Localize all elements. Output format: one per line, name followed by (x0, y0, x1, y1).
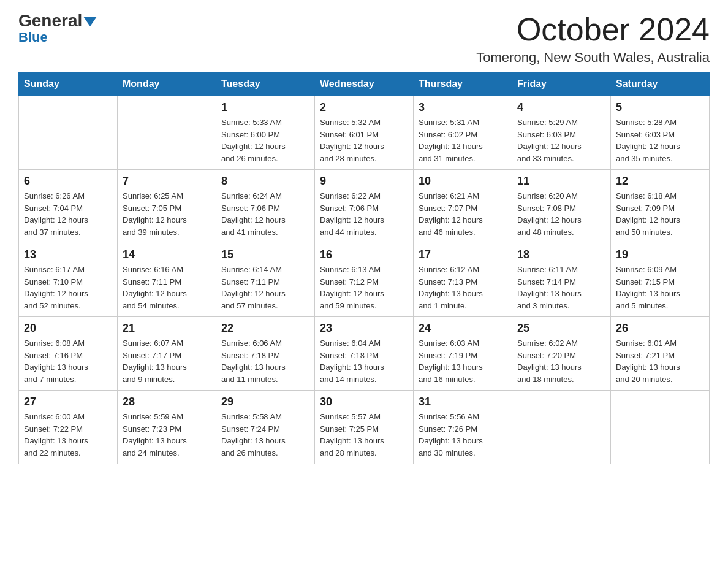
calendar-cell-0-1 (118, 96, 216, 170)
header-saturday: Saturday (611, 72, 710, 96)
calendar-cell-2-0: 13Sunrise: 6:17 AM Sunset: 7:10 PM Dayli… (19, 243, 118, 317)
week-row-4: 27Sunrise: 6:00 AM Sunset: 7:22 PM Dayli… (19, 391, 710, 464)
day-number: 28 (123, 396, 211, 408)
header-friday: Friday (512, 72, 611, 96)
week-row-3: 20Sunrise: 6:08 AM Sunset: 7:16 PM Dayli… (19, 317, 710, 391)
day-number: 11 (517, 175, 605, 188)
day-info: Sunrise: 6:09 AM Sunset: 7:15 PM Dayligh… (616, 264, 704, 312)
header-thursday: Thursday (414, 72, 512, 96)
header-monday: Monday (118, 72, 216, 96)
day-info: Sunrise: 6:14 AM Sunset: 7:11 PM Dayligh… (221, 264, 309, 312)
day-number: 29 (221, 396, 309, 408)
day-info: Sunrise: 5:59 AM Sunset: 7:23 PM Dayligh… (123, 411, 211, 459)
day-number: 20 (24, 322, 112, 335)
day-number: 5 (616, 101, 704, 114)
day-info: Sunrise: 6:22 AM Sunset: 7:06 PM Dayligh… (320, 190, 408, 238)
calendar-cell-2-1: 14Sunrise: 6:16 AM Sunset: 7:11 PM Dayli… (118, 243, 216, 317)
day-info: Sunrise: 6:18 AM Sunset: 7:09 PM Dayligh… (616, 190, 704, 238)
page-header: General Blue October 2024 Tomerong, New … (18, 12, 710, 66)
day-info: Sunrise: 5:57 AM Sunset: 7:25 PM Dayligh… (320, 411, 408, 459)
logo-blue-text: Blue (18, 29, 48, 45)
day-number: 30 (320, 396, 408, 408)
day-info: Sunrise: 6:16 AM Sunset: 7:11 PM Dayligh… (123, 264, 211, 312)
calendar-cell-4-4: 31Sunrise: 5:56 AM Sunset: 7:26 PM Dayli… (414, 391, 512, 464)
day-number: 4 (517, 101, 605, 114)
day-number: 27 (24, 396, 112, 408)
day-info: Sunrise: 6:21 AM Sunset: 7:07 PM Dayligh… (419, 190, 507, 238)
day-info: Sunrise: 6:00 AM Sunset: 7:22 PM Dayligh… (24, 411, 112, 459)
calendar-cell-3-2: 22Sunrise: 6:06 AM Sunset: 7:18 PM Dayli… (216, 317, 315, 391)
calendar-cell-1-6: 12Sunrise: 6:18 AM Sunset: 7:09 PM Dayli… (611, 170, 710, 243)
calendar-cell-3-6: 26Sunrise: 6:01 AM Sunset: 7:21 PM Dayli… (611, 317, 710, 391)
day-number: 26 (616, 322, 704, 335)
day-number: 24 (419, 322, 507, 335)
day-info: Sunrise: 5:33 AM Sunset: 6:00 PM Dayligh… (221, 117, 309, 164)
logo: General Blue (18, 12, 97, 45)
calendar-cell-0-6: 5Sunrise: 5:28 AM Sunset: 6:03 PM Daylig… (611, 96, 710, 170)
calendar-cell-4-3: 30Sunrise: 5:57 AM Sunset: 7:25 PM Dayli… (315, 391, 414, 464)
calendar-cell-0-3: 2Sunrise: 5:32 AM Sunset: 6:01 PM Daylig… (315, 96, 414, 170)
day-number: 23 (320, 322, 408, 335)
calendar-cell-3-5: 25Sunrise: 6:02 AM Sunset: 7:20 PM Dayli… (512, 317, 611, 391)
calendar-cell-1-5: 11Sunrise: 6:20 AM Sunset: 7:08 PM Dayli… (512, 170, 611, 243)
day-info: Sunrise: 6:12 AM Sunset: 7:13 PM Dayligh… (419, 264, 507, 312)
calendar-cell-2-4: 17Sunrise: 6:12 AM Sunset: 7:13 PM Dayli… (414, 243, 512, 317)
calendar-table: Sunday Monday Tuesday Wednesday Thursday… (18, 72, 710, 464)
day-number: 21 (123, 322, 211, 335)
day-number: 9 (320, 175, 408, 188)
calendar-cell-2-3: 16Sunrise: 6:13 AM Sunset: 7:12 PM Dayli… (315, 243, 414, 317)
day-info: Sunrise: 6:03 AM Sunset: 7:19 PM Dayligh… (419, 337, 507, 385)
day-info: Sunrise: 6:13 AM Sunset: 7:12 PM Dayligh… (320, 264, 408, 312)
day-number: 3 (419, 101, 507, 114)
calendar-header-row: Sunday Monday Tuesday Wednesday Thursday… (19, 72, 710, 96)
day-number: 17 (419, 248, 507, 261)
day-number: 6 (24, 175, 112, 188)
calendar-cell-0-2: 1Sunrise: 5:33 AM Sunset: 6:00 PM Daylig… (216, 96, 315, 170)
calendar-cell-2-2: 15Sunrise: 6:14 AM Sunset: 7:11 PM Dayli… (216, 243, 315, 317)
week-row-1: 6Sunrise: 6:26 AM Sunset: 7:04 PM Daylig… (19, 170, 710, 243)
day-number: 12 (616, 175, 704, 188)
day-info: Sunrise: 5:31 AM Sunset: 6:02 PM Dayligh… (419, 117, 507, 164)
calendar-cell-4-2: 29Sunrise: 5:58 AM Sunset: 7:24 PM Dayli… (216, 391, 315, 464)
calendar-cell-1-2: 8Sunrise: 6:24 AM Sunset: 7:06 PM Daylig… (216, 170, 315, 243)
day-info: Sunrise: 6:02 AM Sunset: 7:20 PM Dayligh… (517, 337, 605, 385)
header-tuesday: Tuesday (216, 72, 315, 96)
day-info: Sunrise: 6:25 AM Sunset: 7:05 PM Dayligh… (123, 190, 211, 238)
day-info: Sunrise: 6:07 AM Sunset: 7:17 PM Dayligh… (123, 337, 211, 385)
calendar-cell-4-1: 28Sunrise: 5:59 AM Sunset: 7:23 PM Dayli… (118, 391, 216, 464)
day-info: Sunrise: 5:28 AM Sunset: 6:03 PM Dayligh… (616, 117, 704, 164)
calendar-cell-3-0: 20Sunrise: 6:08 AM Sunset: 7:16 PM Dayli… (19, 317, 118, 391)
day-info: Sunrise: 5:56 AM Sunset: 7:26 PM Dayligh… (419, 411, 507, 459)
page-subtitle: Tomerong, New South Wales, Australia (476, 50, 710, 66)
calendar-cell-1-0: 6Sunrise: 6:26 AM Sunset: 7:04 PM Daylig… (19, 170, 118, 243)
day-number: 13 (24, 248, 112, 261)
day-info: Sunrise: 6:17 AM Sunset: 7:10 PM Dayligh… (24, 264, 112, 312)
title-block: October 2024 Tomerong, New South Wales, … (476, 12, 710, 66)
calendar-cell-0-4: 3Sunrise: 5:31 AM Sunset: 6:02 PM Daylig… (414, 96, 512, 170)
day-info: Sunrise: 5:32 AM Sunset: 6:01 PM Dayligh… (320, 117, 408, 164)
day-number: 25 (517, 322, 605, 335)
day-info: Sunrise: 6:11 AM Sunset: 7:14 PM Dayligh… (517, 264, 605, 312)
logo-arrow-icon (83, 15, 97, 29)
page-title: October 2024 (476, 12, 710, 47)
calendar-cell-3-4: 24Sunrise: 6:03 AM Sunset: 7:19 PM Dayli… (414, 317, 512, 391)
day-info: Sunrise: 6:08 AM Sunset: 7:16 PM Dayligh… (24, 337, 112, 385)
header-wednesday: Wednesday (315, 72, 414, 96)
day-number: 22 (221, 322, 309, 335)
day-info: Sunrise: 6:04 AM Sunset: 7:18 PM Dayligh… (320, 337, 408, 385)
day-number: 31 (419, 396, 507, 408)
day-number: 15 (221, 248, 309, 261)
day-number: 2 (320, 101, 408, 114)
calendar-cell-1-4: 10Sunrise: 6:21 AM Sunset: 7:07 PM Dayli… (414, 170, 512, 243)
day-number: 1 (221, 101, 309, 114)
day-info: Sunrise: 6:01 AM Sunset: 7:21 PM Dayligh… (616, 337, 704, 385)
day-number: 7 (123, 175, 211, 188)
calendar-cell-3-3: 23Sunrise: 6:04 AM Sunset: 7:18 PM Dayli… (315, 317, 414, 391)
day-number: 14 (123, 248, 211, 261)
day-info: Sunrise: 6:06 AM Sunset: 7:18 PM Dayligh… (221, 337, 309, 385)
day-number: 10 (419, 175, 507, 188)
day-info: Sunrise: 5:58 AM Sunset: 7:24 PM Dayligh… (221, 411, 309, 459)
calendar-cell-4-0: 27Sunrise: 6:00 AM Sunset: 7:22 PM Dayli… (19, 391, 118, 464)
header-sunday: Sunday (19, 72, 118, 96)
calendar-cell-4-6 (611, 391, 710, 464)
